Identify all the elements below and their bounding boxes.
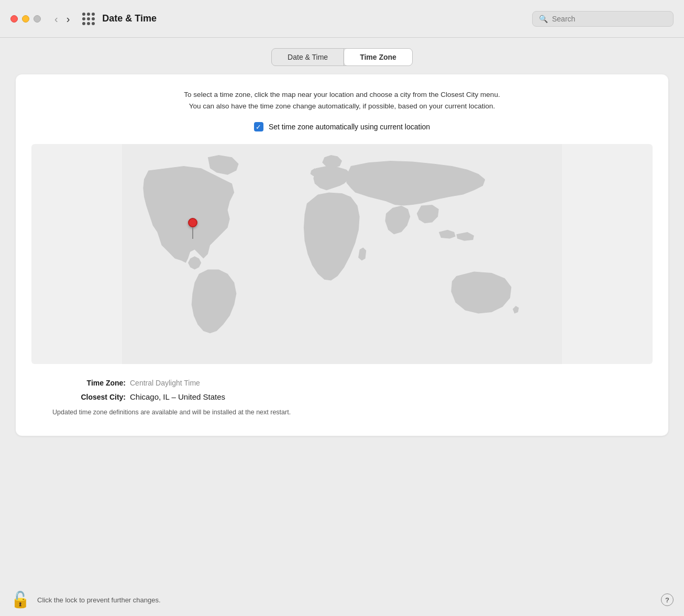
forward-button[interactable]: ›	[63, 13, 73, 25]
auto-timezone-label: Set time zone automatically using curren…	[269, 123, 430, 131]
minimize-button[interactable]	[22, 15, 29, 23]
auto-timezone-row: ✓ Set time zone automatically using curr…	[31, 122, 653, 131]
description: To select a time zone, click the map nea…	[31, 89, 653, 112]
panel: To select a time zone, click the map nea…	[16, 74, 668, 436]
traffic-lights	[10, 15, 41, 23]
search-box[interactable]: 🔍	[532, 11, 674, 27]
pin-head	[188, 218, 197, 227]
description-line1: To select a time zone, click the map nea…	[184, 91, 500, 98]
pin-needle	[192, 227, 193, 239]
lock-text: Click the lock to prevent further change…	[37, 596, 161, 604]
tab-time-zone[interactable]: Time Zone	[344, 49, 412, 65]
location-pin	[188, 218, 197, 239]
apps-grid-icon[interactable]	[82, 13, 95, 25]
world-map[interactable]	[31, 144, 653, 364]
help-button[interactable]: ?	[661, 593, 674, 606]
close-button[interactable]	[10, 15, 18, 23]
window-title: Date & Time	[102, 13, 157, 24]
search-icon: 🔍	[539, 15, 548, 23]
fullscreen-button[interactable]	[34, 15, 41, 23]
back-button[interactable]: ‹	[51, 13, 61, 25]
timezone-value: Central Daylight Time	[130, 379, 200, 387]
info-section: Time Zone: Central Daylight Time Closest…	[31, 379, 653, 416]
nav-buttons: ‹ ›	[51, 13, 73, 25]
tabs-container: Date & Time Time Zone	[271, 48, 413, 66]
update-notice-row: Updated time zone definitions are availa…	[52, 406, 632, 416]
tab-date-time[interactable]: Date & Time	[272, 49, 344, 65]
closest-city-row: Closest City: Chicago, IL – United State…	[52, 392, 632, 401]
lock-icon[interactable]: 🔓	[10, 592, 30, 608]
bottom-bar: 🔓 Click the lock to prevent further chan…	[0, 584, 684, 616]
map-svg	[31, 144, 653, 364]
checkmark-icon: ✓	[256, 124, 261, 130]
titlebar: ‹ › Date & Time 🔍	[0, 0, 684, 38]
update-notice: Updated time zone definitions are availa…	[52, 409, 291, 416]
timezone-label: Time Zone:	[52, 379, 126, 387]
auto-timezone-checkbox[interactable]: ✓	[254, 122, 263, 131]
tabs-row: Date & Time Time Zone	[16, 48, 668, 66]
search-input[interactable]	[552, 15, 667, 23]
timezone-row: Time Zone: Central Daylight Time	[52, 379, 632, 387]
closest-city-label: Closest City:	[52, 393, 126, 401]
closest-city-value: Chicago, IL – United States	[130, 392, 225, 401]
main-content: Date & Time Time Zone To select a time z…	[0, 38, 684, 446]
description-line2: You can also have the time zone change a…	[189, 102, 495, 110]
